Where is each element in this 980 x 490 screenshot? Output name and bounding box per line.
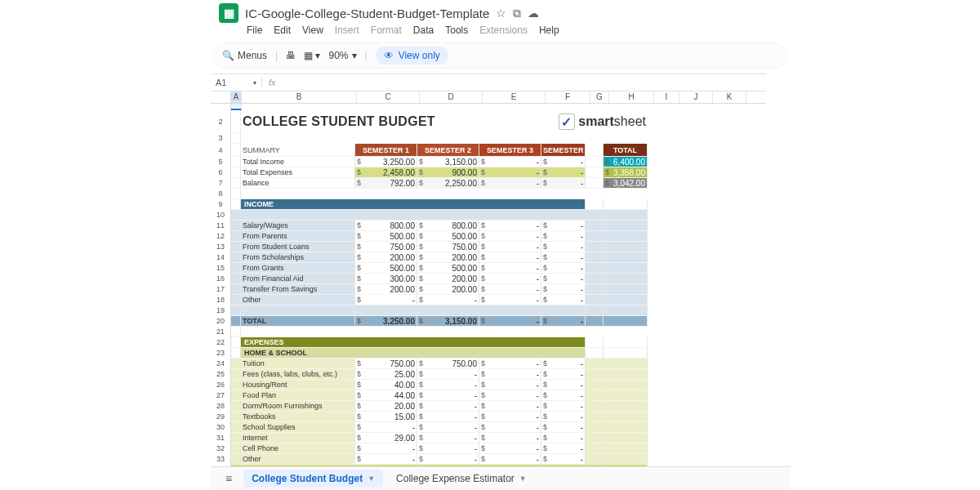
- print-icon[interactable]: 🖶: [286, 50, 296, 61]
- col-A[interactable]: A: [231, 91, 242, 103]
- sheets-app-icon: ▦: [219, 3, 238, 23]
- all-sheets-icon[interactable]: ≡: [219, 472, 238, 485]
- col-I[interactable]: I: [654, 91, 679, 103]
- tab-college-student-budget[interactable]: College Student Budget▼: [243, 470, 383, 488]
- name-box[interactable]: A1▾: [211, 78, 262, 87]
- column-headers: A B C D E F G H I J K: [211, 91, 766, 104]
- smartsheet-logo: smartsheet: [559, 110, 646, 133]
- star-icon[interactable]: ☆: [496, 7, 506, 20]
- eye-icon: 👁: [384, 50, 394, 61]
- menu-extensions: Extensions: [479, 24, 528, 36]
- zoom-select[interactable]: 90% ▾: [329, 50, 357, 61]
- menu-tools[interactable]: Tools: [445, 24, 468, 36]
- col-D[interactable]: D: [420, 91, 483, 103]
- col-B[interactable]: B: [242, 91, 357, 103]
- toolbar: 🔍 Menus | 🖶 ▦ ▾ 90% ▾ | 👁 View only: [212, 42, 787, 69]
- formula-bar: A1▾ fx: [211, 74, 766, 91]
- menu-format: Format: [371, 24, 402, 36]
- view-only-chip[interactable]: 👁 View only: [376, 47, 448, 65]
- filter-icon[interactable]: ▦ ▾: [304, 50, 320, 61]
- menu-insert: Insert: [335, 24, 359, 36]
- cloud-icon[interactable]: ☁: [528, 7, 539, 20]
- col-F[interactable]: F: [546, 91, 590, 103]
- move-icon[interactable]: ⧉: [513, 7, 521, 20]
- document-title[interactable]: IC-Google-College-Student-Budget-Templat…: [245, 7, 489, 20]
- col-G[interactable]: G: [590, 91, 609, 103]
- menu-bar: File Edit View Insert Format Data Tools …: [211, 23, 980, 39]
- fx-icon: fx: [262, 78, 283, 87]
- menu-help[interactable]: Help: [539, 24, 559, 36]
- col-K[interactable]: K: [713, 91, 746, 103]
- sheet-tabs-bar: ≡ College Student Budget▼ College Expens…: [211, 466, 791, 490]
- menu-data[interactable]: Data: [413, 24, 434, 36]
- page-title: COLLEGE STUDENT BUDGET: [243, 114, 435, 128]
- col-C[interactable]: C: [357, 91, 420, 103]
- search-menus[interactable]: 🔍 Menus: [222, 50, 267, 61]
- menu-edit[interactable]: Edit: [274, 24, 291, 36]
- col-E[interactable]: E: [483, 91, 546, 103]
- col-J[interactable]: J: [679, 91, 713, 103]
- menu-file[interactable]: File: [247, 24, 262, 36]
- col-H[interactable]: H: [609, 91, 654, 103]
- tab-college-expense-estimator[interactable]: College Expense Estimator▼: [388, 470, 535, 488]
- menu-view[interactable]: View: [302, 24, 323, 36]
- search-icon: 🔍: [222, 50, 234, 61]
